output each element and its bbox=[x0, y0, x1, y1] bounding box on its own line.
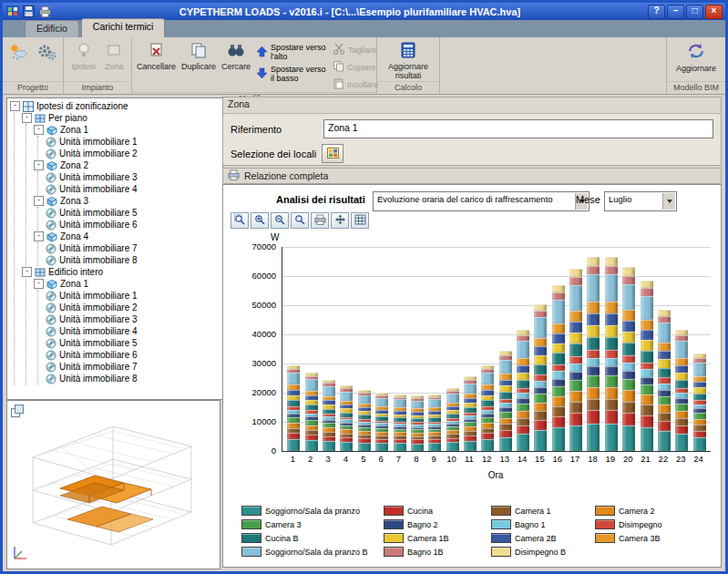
bar-hour-7 bbox=[394, 395, 406, 451]
zona-panel-header: Zona bbox=[223, 97, 721, 114]
aggiornare-bim-button[interactable]: Aggiornare bbox=[674, 40, 718, 74]
duplicare-button[interactable]: Duplicare bbox=[179, 40, 218, 72]
tree-unit-item[interactable]: Unità immobiliare 4 bbox=[46, 325, 222, 337]
bar-hour-4 bbox=[340, 385, 353, 451]
close-button[interactable]: × bbox=[705, 5, 723, 19]
incollare-button[interactable]: Incollare bbox=[331, 77, 378, 92]
unit-icon bbox=[46, 374, 56, 384]
export-button[interactable] bbox=[351, 212, 369, 229]
save-icon[interactable] bbox=[22, 5, 36, 18]
bar-segment bbox=[569, 333, 582, 343]
x-tick-label: 23 bbox=[674, 454, 687, 464]
tree-zone-item[interactable]: -Zona 3 bbox=[34, 195, 222, 207]
tree-branch-item[interactable]: -Per piano bbox=[22, 112, 222, 124]
project-climate-button[interactable] bbox=[6, 40, 30, 67]
y-tick-label: 30000 bbox=[229, 358, 276, 368]
tree-expander[interactable]: - bbox=[22, 113, 32, 123]
bar-segment bbox=[658, 343, 671, 351]
bar-segment bbox=[323, 441, 335, 451]
bar-segment bbox=[622, 321, 635, 332]
spostare-alto-button[interactable]: Spostare verso l'alto bbox=[254, 42, 329, 62]
tree-unit-item[interactable]: Unità immobiliare 4 bbox=[46, 183, 222, 195]
zone-icon bbox=[46, 231, 57, 242]
tab-edificio[interactable]: Edificio bbox=[25, 20, 79, 37]
zoom-original-button[interactable] bbox=[291, 212, 309, 229]
tab-carichi-termici[interactable]: Carichi termici bbox=[81, 18, 166, 37]
tree-unit-item[interactable]: Unità immobiliare 1 bbox=[46, 290, 222, 302]
project-settings-button[interactable] bbox=[36, 40, 59, 67]
cancellare-button[interactable]: Cancellare bbox=[135, 40, 178, 72]
cercare-label: Cercare bbox=[221, 62, 251, 71]
bar-segment bbox=[675, 341, 688, 358]
zoom-out-button[interactable] bbox=[271, 212, 289, 229]
bar-segment bbox=[675, 418, 688, 425]
tree-expander[interactable]: - bbox=[34, 279, 44, 289]
zona-button[interactable]: Zona bbox=[103, 40, 126, 72]
window-title: CYPETHERM LOADS - v2016.i - [C:\...\Esem… bbox=[52, 6, 648, 17]
app-icon[interactable] bbox=[5, 5, 19, 18]
riferimento-input[interactable]: Zona 1 bbox=[323, 119, 713, 138]
bar-hour-2 bbox=[305, 373, 318, 451]
minimize-button[interactable]: – bbox=[667, 5, 684, 19]
selezione-locali-button[interactable] bbox=[322, 144, 343, 163]
legend-item: Soggiorno/Sala da pranzo B bbox=[241, 547, 378, 557]
tree-unit-item[interactable]: Unità immobiliare 8 bbox=[46, 373, 222, 384]
aggiornare-risultati-button[interactable]: Aggiornare risultati bbox=[381, 40, 436, 81]
building-3d-view[interactable] bbox=[6, 400, 220, 569]
tree-unit-item[interactable]: Unità immobiliare 1 bbox=[46, 136, 222, 148]
relazione-completa-bar[interactable]: Relazione completa bbox=[222, 168, 722, 184]
tree-branch-item[interactable]: -Edificio intero bbox=[22, 266, 222, 278]
spostare-basso-button[interactable]: Spostare verso il basso bbox=[254, 64, 329, 84]
bar-segment bbox=[622, 332, 635, 343]
pan-button[interactable] bbox=[331, 212, 349, 229]
bar-segment bbox=[358, 443, 371, 451]
tree-unit-item[interactable]: Unità immobiliare 6 bbox=[46, 349, 222, 361]
bar-segment bbox=[534, 317, 547, 338]
tagliare-button[interactable]: Tagliare bbox=[331, 42, 378, 57]
print-icon[interactable] bbox=[38, 5, 52, 18]
bar-hour-12 bbox=[481, 365, 494, 451]
ribbon-group-impianto: Ipotesi Zona Impianto bbox=[64, 37, 132, 94]
tree-unit-item[interactable]: Unità immobiliare 8 bbox=[46, 254, 222, 266]
ipotesi-button[interactable]: Ipotesi bbox=[69, 40, 97, 72]
tree-zone-item[interactable]: -Zona 1 bbox=[34, 124, 222, 136]
tree-expander[interactable]: - bbox=[34, 196, 44, 206]
x-tick-label: 16 bbox=[551, 454, 564, 464]
maximize-button[interactable]: □ bbox=[686, 5, 703, 19]
tree-expander[interactable]: - bbox=[22, 267, 32, 277]
tree-expander[interactable]: - bbox=[34, 231, 44, 241]
tree-expander[interactable]: - bbox=[10, 101, 20, 111]
tree-zone-item[interactable]: -Zona 1 bbox=[34, 278, 222, 290]
tree-unit-item[interactable]: Unità immobiliare 3 bbox=[46, 171, 222, 183]
tree-unit-item[interactable]: Unità immobiliare 7 bbox=[46, 242, 222, 254]
mese-select[interactable]: Luglio bbox=[604, 191, 677, 211]
tree-unit-item[interactable]: Unità immobiliare 3 bbox=[46, 313, 222, 325]
tree-unit-item[interactable]: Unità immobiliare 5 bbox=[46, 337, 222, 349]
tree-root-item[interactable]: -Ipotesi di zonificazione bbox=[10, 100, 222, 112]
tree-unit-item[interactable]: Unità immobiliare 5 bbox=[46, 207, 222, 219]
tree-unit-item[interactable]: Unità immobiliare 2 bbox=[46, 148, 222, 159]
tree-unit-item[interactable]: Unità immobiliare 2 bbox=[46, 302, 222, 313]
bar-segment bbox=[658, 310, 671, 316]
tree-zone-item[interactable]: -Zona 4 bbox=[34, 231, 222, 242]
copiare-button[interactable]: Copiare bbox=[331, 59, 378, 75]
help-button[interactable]: ? bbox=[648, 5, 665, 19]
bar-segment bbox=[517, 425, 529, 434]
tree-zone-item[interactable]: -Zona 2 bbox=[34, 159, 222, 171]
tree-expander[interactable]: - bbox=[34, 125, 44, 135]
print-chart-button[interactable] bbox=[311, 212, 329, 229]
zoom-window-button[interactable] bbox=[231, 212, 249, 229]
analisi-risultati-select[interactable]: Evoluzione oraria del carico di raffresc… bbox=[373, 191, 590, 211]
tree-item-label: Unità immobiliare 8 bbox=[59, 374, 138, 384]
bar-segment bbox=[587, 337, 600, 351]
bar-segment bbox=[587, 375, 600, 387]
zoom-in-button[interactable] bbox=[251, 212, 269, 229]
cercare-button[interactable]: Cercare bbox=[220, 40, 252, 72]
legend-swatch bbox=[595, 533, 615, 543]
legend-item: Soggiorno/Sala da pranzo bbox=[241, 506, 378, 516]
bar-segment bbox=[641, 427, 653, 451]
tree-unit-item[interactable]: Unità immobiliare 6 bbox=[46, 219, 222, 231]
tree-unit-item[interactable]: Unità immobiliare 7 bbox=[46, 361, 222, 373]
tree-expander[interactable]: - bbox=[34, 160, 44, 170]
x-tick-label: 12 bbox=[480, 454, 493, 464]
